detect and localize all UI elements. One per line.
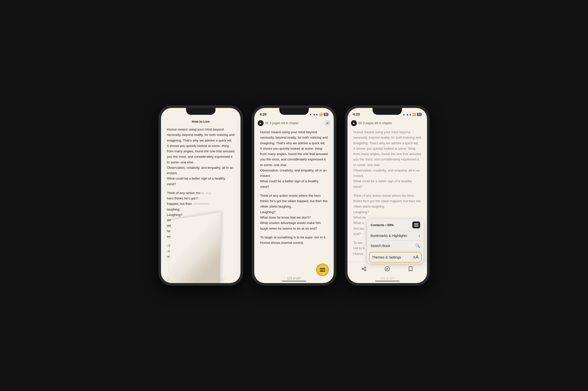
dropdown-item-bookmarks[interactable]: Bookmarks & Highlights 2 <box>367 231 424 240</box>
status-time-2: 4:20 <box>260 112 266 116</box>
chapter-bar-3: ▶ 39 3 pages left in chapter <box>348 119 427 128</box>
page-number-2: 123 of 207 <box>287 277 301 280</box>
phones-container: How to Live Humor means using your mind … <box>159 106 429 285</box>
status-icons-2: ▲ ▲▲ 🛜 53 <box>309 113 328 116</box>
search-icon: 🔍 <box>415 243 420 248</box>
divider-3 <box>370 251 420 251</box>
share-icon[interactable] <box>359 264 368 273</box>
phone-2: 4:20 ▲ ▲▲ 🛜 53 ▶ 39 3 pages left in chap… <box>252 106 336 285</box>
list-icon <box>414 223 418 227</box>
chapter-num-3: 39 <box>358 121 361 125</box>
notch-2 <box>279 108 309 115</box>
notch-1 <box>186 108 216 115</box>
home-indicator-2 <box>282 281 306 282</box>
paragraph-1-1: Humor means using your mind beyond neces… <box>167 127 235 187</box>
chapter-bar-2: ▶ 39 3 pages left in chapter ✕ <box>254 119 334 128</box>
dropdown-item-search[interactable]: Search Book 🔍 <box>367 241 424 251</box>
paragraph-2-1: Humor means using your mind beyond neces… <box>260 129 328 190</box>
chapter-bar-left-2: ▶ 39 3 pages left in chapter <box>258 120 299 126</box>
chapter-bar-left-3: ▶ 39 3 pages left in chapter <box>351 120 392 126</box>
book-content-2[interactable]: Humor means using your mind beyond neces… <box>254 128 334 275</box>
list-view-button[interactable] <box>412 221 420 228</box>
home-indicator-3 <box>375 281 400 282</box>
phone-1-screen: How to Live Humor means using your mind … <box>161 108 240 283</box>
menu-line-2 <box>320 270 325 270</box>
phone-2-screen: 4:20 ▲ ▲▲ 🛜 53 ▶ 39 3 pages left in chap… <box>254 108 334 283</box>
phone-3: 4:20 ▲ ▲▲ 🛜 53 ▶ 39 3 pages left in chap… <box>346 106 429 285</box>
book-title-1: How to Live <box>161 119 240 125</box>
bookmarks-label: Bookmarks & Highlights <box>370 234 407 238</box>
dropdown-header-title: Contents • 59% <box>370 223 394 227</box>
status-icons-3: ▲ ▲▲ 🛜 53 <box>402 113 422 116</box>
menu-button-2[interactable] <box>316 263 329 276</box>
phone-1: How to Live Humor means using your mind … <box>159 106 242 285</box>
paragraph-3-1: Humor means using your mind beyond neces… <box>353 129 421 190</box>
bookmarks-badge: 2 <box>418 234 420 238</box>
menu-line-3 <box>320 271 325 272</box>
bookmark-icon[interactable] <box>406 264 415 273</box>
search-label: Search Book <box>370 244 390 248</box>
phone-3-screen: 4:20 ▲ ▲▲ 🛜 53 ▶ 39 3 pages left in chap… <box>348 108 427 283</box>
chapter-num-2: 39 <box>265 121 268 125</box>
dropdown-item-themes[interactable]: Themes & Settings AA <box>369 252 422 263</box>
page-curl <box>169 212 221 283</box>
paragraph-2-2: Think of any action movie where the hero… <box>260 193 328 231</box>
pages-left-3: 3 pages left in chapter <box>363 121 392 125</box>
svg-rect-2 <box>414 226 418 227</box>
paragraph-2-3: To laugh at something is to be supe- rio… <box>260 235 328 246</box>
dropdown-menu[interactable]: Contents • 59% Bookmarks & Highlights 2 <box>367 219 424 263</box>
chapter-icon-2: ▶ <box>258 120 264 126</box>
close-btn-2[interactable]: ✕ <box>324 120 330 126</box>
svg-rect-0 <box>414 223 418 224</box>
pages-left-2: 3 pages left in chapter <box>270 121 299 125</box>
status-time-3: 4:20 <box>353 112 360 116</box>
themes-badge: AA <box>413 255 419 260</box>
themes-label: Themes & Settings <box>372 255 401 259</box>
footer-2: 123 of 207 <box>254 275 334 283</box>
svg-rect-1 <box>414 225 418 225</box>
dropdown-header: Contents • 59% <box>367 219 424 231</box>
aa-circle-icon[interactable] <box>383 264 392 273</box>
page-number-3: 123 of 207 <box>380 277 394 280</box>
action-bar <box>348 262 427 275</box>
menu-line-1 <box>320 268 325 269</box>
notch-3 <box>372 108 402 115</box>
footer-3: 123 of 207 <box>348 275 427 283</box>
chapter-icon-3: ▶ <box>351 120 357 126</box>
